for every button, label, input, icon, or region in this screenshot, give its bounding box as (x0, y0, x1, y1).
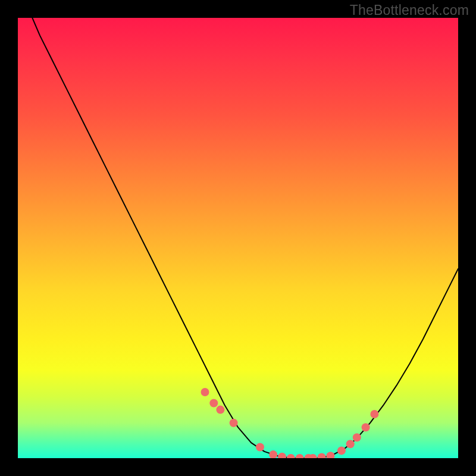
curve-marker (318, 453, 326, 458)
curve-marker (362, 423, 370, 431)
curve-marker (346, 440, 355, 448)
curve-marker (296, 454, 304, 458)
curve-marker (209, 399, 218, 408)
bottleneck-curve (18, 18, 458, 458)
curve-marker (256, 443, 264, 452)
plot-area (18, 18, 458, 458)
curve-marker (278, 453, 286, 458)
curve-marker (287, 454, 295, 458)
watermark-text: TheBottleneck.com (350, 2, 469, 18)
curve-marker (201, 388, 209, 396)
curve-marker (326, 452, 334, 458)
curve-marker (370, 410, 378, 418)
curve-marker (353, 433, 361, 441)
curve-marker (230, 419, 238, 427)
chart-svg (18, 18, 458, 458)
curve-marker (337, 446, 346, 455)
app-frame: TheBottleneck.com (0, 0, 476, 476)
curve-marker (216, 406, 224, 414)
curve-markers (201, 388, 379, 458)
curve-marker (269, 450, 277, 458)
